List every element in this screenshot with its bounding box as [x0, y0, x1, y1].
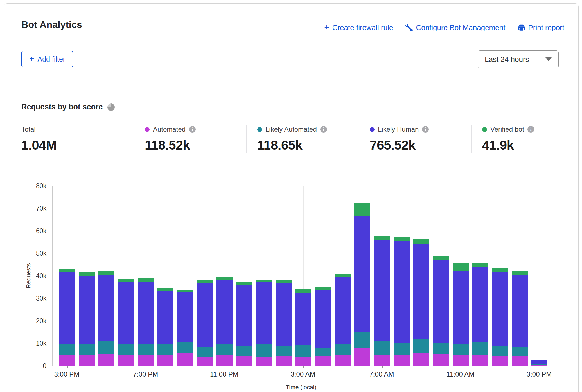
- section-title: Requests by bot score: [21, 103, 103, 111]
- print-report-label: Print report: [528, 23, 564, 32]
- bar-segment-verified-bot: [394, 237, 410, 242]
- y-tick: [50, 343, 53, 343]
- time-range-select[interactable]: Last 24 hours: [478, 50, 559, 68]
- stat-value: 1.04M: [21, 138, 134, 153]
- y-axis-tick-label: 0: [14, 362, 46, 370]
- automated-dot-icon: [145, 127, 150, 132]
- bar-segment-automated: [531, 365, 547, 366]
- bar-segment-verified-bot: [512, 271, 528, 275]
- header-actions: + Create firewall rule Configure Bot Man…: [324, 23, 564, 32]
- bar-segment-likely-human: [335, 277, 351, 344]
- bar-segment-likely-human: [374, 240, 390, 341]
- bar: [157, 288, 173, 366]
- bar-segment-likely-human: [492, 272, 508, 346]
- bar-segment-verified-bot: [98, 271, 114, 275]
- y-tick: [50, 231, 53, 231]
- x-tick: [146, 366, 146, 368]
- bar-segment-likely-human: [59, 272, 75, 344]
- bar-segment-verified-bot: [315, 287, 331, 290]
- add-filter-label: Add filter: [38, 55, 66, 63]
- bar-segment-likely-human: [138, 282, 154, 344]
- bar-segment-automated: [472, 355, 488, 366]
- bar-segment-automated: [453, 355, 469, 366]
- info-icon[interactable]: i: [320, 126, 327, 133]
- x-tick: [540, 366, 540, 368]
- x-gridline: [540, 186, 540, 366]
- legend-stats-row: Total 1.04M Automated i 118.52k Likely A…: [21, 125, 582, 153]
- bar-segment-automated: [157, 355, 173, 366]
- x-axis-tick-label: 11:00 AM: [435, 370, 486, 378]
- bar: [335, 274, 351, 366]
- bar-segment-verified-bot: [79, 272, 95, 276]
- stat-label: Total: [21, 125, 36, 133]
- time-range-value: Last 24 hours: [485, 55, 529, 64]
- bar: [492, 268, 508, 366]
- bar-segment-likely-automated: [79, 344, 95, 355]
- create-firewall-rule-link[interactable]: + Create firewall rule: [324, 23, 393, 32]
- bar: [295, 289, 311, 366]
- bar-segment-likely-automated: [236, 346, 252, 356]
- bar-segment-likely-automated: [413, 339, 429, 353]
- bar-segment-likely-automated: [335, 344, 351, 355]
- bar-segment-verified-bot: [59, 269, 75, 272]
- bar-segment-verified-bot: [236, 282, 252, 285]
- create-firewall-rule-label: Create firewall rule: [332, 23, 393, 32]
- y-axis-tick-label: 30k: [14, 294, 46, 302]
- add-filter-button[interactable]: + Add filter: [21, 51, 73, 67]
- bar: [216, 277, 233, 366]
- x-axis-title: Time (local): [52, 384, 550, 391]
- bar-segment-automated: [512, 356, 528, 366]
- bar-segment-likely-automated: [197, 347, 213, 357]
- bar-segment-likely-human: [236, 285, 252, 346]
- bar-segment-likely-human: [453, 271, 469, 344]
- bar: [236, 282, 252, 366]
- bar-segment-likely-automated: [276, 346, 292, 357]
- y-axis-tick-label: 80k: [14, 182, 46, 190]
- bar-segment-automated: [315, 356, 331, 366]
- bar-segment-verified-bot: [413, 239, 429, 244]
- bar-segment-automated: [98, 354, 114, 366]
- bar-segment-likely-automated: [453, 344, 469, 355]
- y-tick: [50, 366, 53, 366]
- bar-segment-likely-automated: [295, 345, 311, 357]
- bar-segment-automated: [236, 356, 252, 366]
- bar-segment-likely-automated: [472, 342, 488, 355]
- bar-segment-likely-human: [98, 275, 114, 341]
- y-tick: [50, 321, 53, 321]
- header-divider: [4, 80, 578, 80]
- y-gridline: [53, 231, 550, 231]
- bar-segment-likely-human: [394, 241, 410, 343]
- bar-segment-likely-human: [295, 293, 311, 345]
- bar-segment-automated: [433, 354, 449, 366]
- bar: [315, 287, 331, 366]
- bar-segment-likely-automated: [394, 343, 410, 355]
- info-icon[interactable]: i: [189, 126, 196, 133]
- wrench-icon: [405, 24, 413, 31]
- plus-icon: +: [29, 55, 34, 63]
- bar-segment-automated: [295, 357, 311, 366]
- configure-bot-management-link[interactable]: Configure Bot Management: [405, 23, 505, 32]
- bar-segment-verified-bot: [118, 279, 134, 282]
- bar-segment-likely-automated: [177, 342, 193, 353]
- bar-segment-likely-human: [433, 260, 449, 343]
- y-axis-tick-label: 60k: [14, 227, 46, 235]
- bar: [138, 278, 154, 366]
- bar: [374, 236, 390, 366]
- bar-segment-likely-automated: [216, 344, 233, 355]
- bar-segment-automated: [216, 355, 233, 366]
- stat-likely-automated: Likely Automated i 118.65k: [246, 125, 359, 153]
- print-report-link[interactable]: Print report: [518, 23, 564, 32]
- bar-segment-automated: [79, 355, 95, 366]
- bar-segment-likely-automated: [138, 344, 154, 355]
- stat-automated: Automated i 118.52k: [134, 125, 246, 153]
- bar-segment-likely-automated: [354, 332, 370, 348]
- bar-segment-likely-human: [472, 267, 488, 342]
- stat-label: Likely Automated: [265, 125, 317, 133]
- bar-segment-likely-human: [512, 275, 528, 347]
- y-gridline: [53, 208, 550, 208]
- bar: [118, 279, 134, 366]
- info-icon[interactable]: i: [527, 126, 534, 133]
- stat-value: 118.65k: [257, 138, 359, 153]
- stat-likely-human: Likely Human i 765.52k: [359, 125, 471, 153]
- info-icon[interactable]: i: [422, 126, 429, 133]
